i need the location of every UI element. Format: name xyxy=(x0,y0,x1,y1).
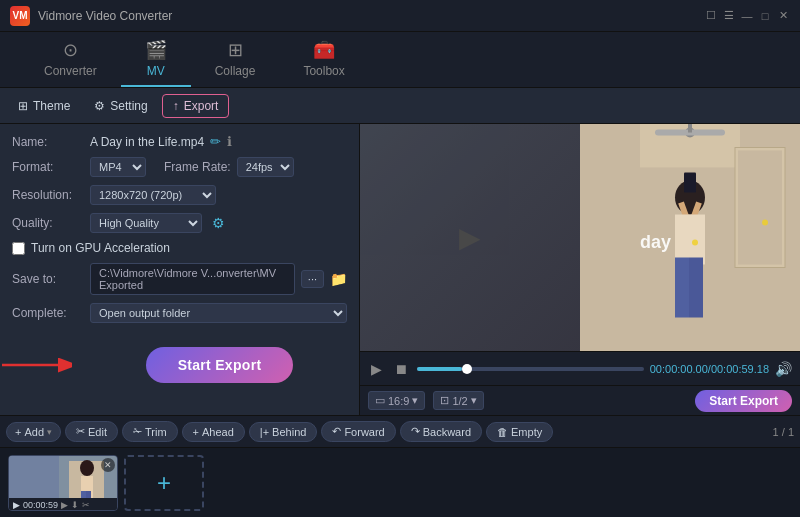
svg-rect-15 xyxy=(689,258,703,318)
maximize-button[interactable]: □ xyxy=(758,9,772,23)
menu-button[interactable]: ☰ xyxy=(722,9,736,23)
scale-chevron: ▾ xyxy=(471,394,477,407)
clip-time-value: 00:00:59 xyxy=(23,500,58,510)
ahead-icon: + xyxy=(193,426,199,438)
aspect-ratio-icon: ▭ xyxy=(375,394,385,407)
right-panel: ▶ xyxy=(360,124,800,415)
complete-select[interactable]: Open output folder Do nothing Shutdown xyxy=(90,303,347,323)
theme-grid-icon: ⊞ xyxy=(18,99,28,113)
collage-label: Collage xyxy=(215,64,256,78)
tab-mv[interactable]: 🎬 MV xyxy=(121,32,191,87)
timeline-track: ✕ ▶ 00:00:59 ▶ ⬇ ✂ + xyxy=(0,447,800,517)
resolution-label: Resolution: xyxy=(12,188,84,202)
timeline-clip-1[interactable]: ✕ ▶ 00:00:59 ▶ ⬇ ✂ xyxy=(8,455,118,511)
save-folder-icon[interactable]: 📁 xyxy=(330,271,347,287)
svg-rect-6 xyxy=(688,124,692,133)
fps-select[interactable]: 24fps 30fps 60fps xyxy=(237,157,294,177)
chat-button[interactable]: ☐ xyxy=(704,9,718,23)
timeline-add-clip[interactable]: + xyxy=(124,455,204,511)
aspect-ratio-button[interactable]: ▭ 16:9 ▾ xyxy=(368,391,425,410)
trim-icon: ✁ xyxy=(133,425,142,438)
clip-close-button[interactable]: ✕ xyxy=(101,458,115,472)
empty-label: Empty xyxy=(511,426,542,438)
forward-button[interactable]: ↶ Forward xyxy=(321,421,395,442)
clip-ctrl-down[interactable]: ⬇ xyxy=(71,500,79,510)
export-button[interactable]: ↑ Export xyxy=(162,94,230,118)
ahead-button[interactable]: + Ahead xyxy=(182,422,245,442)
volume-icon[interactable]: 🔊 xyxy=(775,361,792,377)
nav-tabs: ⊙ Converter 🎬 MV ⊞ Collage 🧰 Toolbox xyxy=(0,32,800,88)
clip-controls: ▶ ⬇ ✂ xyxy=(61,500,90,510)
converter-icon: ⊙ xyxy=(63,39,78,61)
save-path: C:\Vidmore\Vidmore V...onverter\MV Expor… xyxy=(90,263,295,295)
tab-converter[interactable]: ⊙ Converter xyxy=(20,32,121,87)
backward-icon: ↷ xyxy=(411,425,420,438)
edit-icon[interactable]: ✏ xyxy=(210,134,221,149)
name-value: A Day in the Life.mp4 xyxy=(90,135,204,149)
scale-label: 1/2 xyxy=(452,395,467,407)
empty-button[interactable]: 🗑 Empty xyxy=(486,422,553,442)
tab-collage[interactable]: ⊞ Collage xyxy=(191,32,280,87)
svg-point-18 xyxy=(762,220,768,226)
red-arrow-annotation xyxy=(2,353,72,377)
format-select[interactable]: MP4 AVI MOV MKV xyxy=(90,157,146,177)
svg-point-22 xyxy=(80,460,94,476)
sub-toolbar: ⊞ Theme ⚙ Setting ↑ Export xyxy=(0,88,800,124)
start-export-area: Start Export xyxy=(12,347,347,383)
main-content: ⊞ Theme ⚙ Setting ↑ Export Name: A Day i… xyxy=(0,88,800,517)
save-label: Save to: xyxy=(12,272,84,286)
theme-button[interactable]: ⊞ Theme xyxy=(8,95,80,117)
add-chevron-icon: ▾ xyxy=(47,427,52,437)
resolution-select[interactable]: 1280x720 (720p) 1920x1080 (1080p) 3840x2… xyxy=(90,185,216,205)
toolbox-label: Toolbox xyxy=(303,64,344,78)
add-clip-plus-icon: + xyxy=(157,469,171,497)
info-icon[interactable]: ℹ xyxy=(227,134,232,149)
clip-ctrl-play[interactable]: ▶ xyxy=(61,500,68,510)
progress-dot[interactable] xyxy=(462,364,472,374)
video-preview-area: ▶ xyxy=(360,124,800,351)
format-row: Format: MP4 AVI MOV MKV Frame Rate: 24fp… xyxy=(12,157,347,177)
setting-button[interactable]: ⚙ Setting xyxy=(84,95,157,117)
name-row: Name: A Day in the Life.mp4 ✏ ℹ xyxy=(12,134,347,149)
preview-left-placeholder: ▶ xyxy=(459,221,481,254)
start-export-button-right[interactable]: Start Export xyxy=(695,390,792,412)
gpu-row: Turn on GPU Acceleration xyxy=(12,241,347,255)
resolution-row: Resolution: 1280x720 (720p) 1920x1080 (1… xyxy=(12,185,347,205)
trim-button[interactable]: ✁ Trim xyxy=(122,421,178,442)
trim-label: Trim xyxy=(145,426,167,438)
behind-button[interactable]: |+ Behind xyxy=(249,422,318,442)
title-bar-left: VM Vidmore Video Converter xyxy=(10,6,172,26)
quality-label: Quality: xyxy=(12,216,84,230)
forward-label: Forward xyxy=(344,426,384,438)
play-button[interactable]: ▶ xyxy=(368,359,385,379)
start-export-right: Start Export xyxy=(695,390,792,412)
add-button[interactable]: + Add ▾ xyxy=(6,422,61,442)
format-label: Format: xyxy=(12,160,84,174)
svg-point-17 xyxy=(692,240,698,246)
start-export-button-left[interactable]: Start Export xyxy=(146,347,294,383)
work-area: Name: A Day in the Life.mp4 ✏ ℹ Format: … xyxy=(0,124,800,415)
quality-select[interactable]: High Quality Standard Quality Low Qualit… xyxy=(90,213,202,233)
forward-icon: ↶ xyxy=(332,425,341,438)
stop-button[interactable]: ⏹ xyxy=(391,359,411,379)
progress-bar[interactable] xyxy=(417,367,644,371)
scale-icon: ⊡ xyxy=(440,394,449,407)
clip-ctrl-cut[interactable]: ✂ xyxy=(82,500,90,510)
gpu-label[interactable]: Turn on GPU Acceleration xyxy=(31,241,170,255)
progress-fill xyxy=(417,367,462,371)
quality-gear-icon[interactable]: ⚙ xyxy=(212,215,225,231)
minimize-button[interactable]: — xyxy=(740,9,754,23)
converter-label: Converter xyxy=(44,64,97,78)
backward-button[interactable]: ↷ Backward xyxy=(400,421,482,442)
preview-left: ▶ xyxy=(360,124,580,351)
clip-time: ▶ 00:00:59 ▶ ⬇ ✂ xyxy=(9,498,117,511)
app-icon: VM xyxy=(10,6,30,26)
scale-button[interactable]: ⊡ 1/2 ▾ xyxy=(433,391,483,410)
tab-toolbox[interactable]: 🧰 Toolbox xyxy=(279,32,368,87)
setting-gear-icon: ⚙ xyxy=(94,99,105,113)
edit-button[interactable]: ✂ Edit xyxy=(65,421,118,442)
save-browse-button[interactable]: ··· xyxy=(301,270,324,288)
gpu-checkbox[interactable] xyxy=(12,242,25,255)
close-button[interactable]: ✕ xyxy=(776,9,790,23)
video-controls: ▶ ⏹ 00:00:00.00/00:00:59.18 🔊 xyxy=(360,351,800,385)
